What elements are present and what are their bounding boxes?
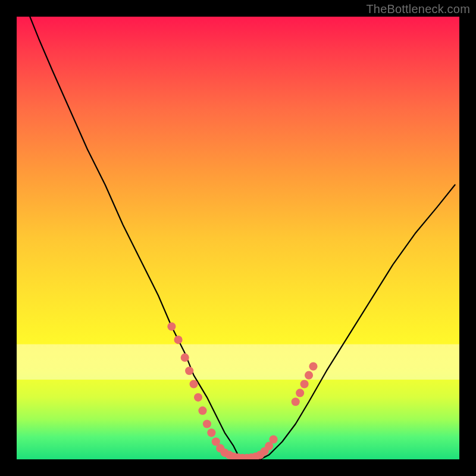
svg-point-26 [300,380,309,388]
svg-point-28 [309,362,317,371]
svg-point-24 [292,397,300,406]
chart-outer-frame: TheBottleneck.com [0,0,476,476]
svg-point-25 [296,389,304,397]
watermark-text: TheBottleneck.com [366,2,470,16]
haze-band [17,345,459,380]
svg-point-5 [190,380,198,388]
svg-point-7 [198,406,206,415]
svg-point-8 [203,419,211,428]
chart-svg-layer [17,17,459,459]
svg-point-4 [185,367,193,375]
svg-point-1 [167,322,176,331]
svg-point-27 [305,371,313,380]
svg-point-23 [269,435,277,443]
svg-point-2 [174,336,182,344]
curve-dots [167,322,317,459]
svg-rect-0 [17,345,459,380]
bottleneck-curve [30,17,455,459]
svg-point-9 [207,428,215,437]
svg-point-6 [194,393,202,402]
svg-point-3 [181,353,189,362]
